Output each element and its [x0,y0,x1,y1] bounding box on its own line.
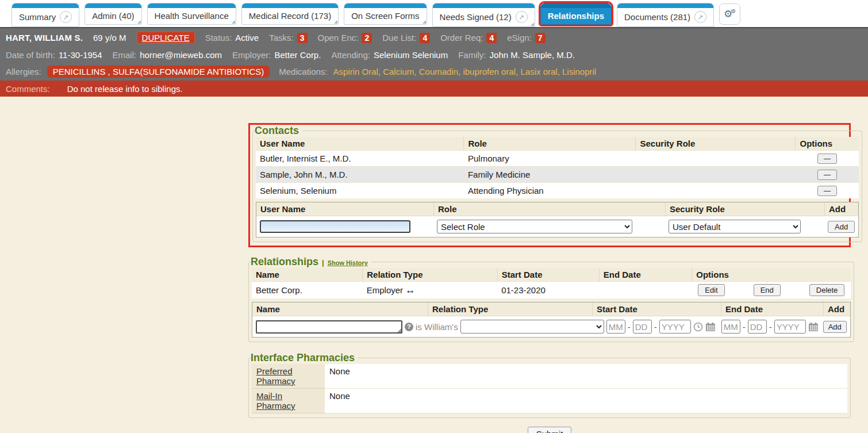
start-day-input[interactable] [633,320,652,334]
tab-label: Medical Record (173) [249,11,331,21]
allergies-value[interactable]: PENICILLINS , SULFA(SULFONAMIDE ANTIBIOT… [47,66,270,78]
preferred-pharmacy-link[interactable]: Preferred Pharmacy [256,366,295,386]
tab-medical-record[interactable]: Medical Record (173) [241,3,339,25]
dropdown-corner-icon [423,20,426,24]
settings-button[interactable]: ⚙⚙ [719,3,740,25]
comments-bar: Comments: Do not release info to sibling… [0,81,868,97]
remove-contact-button[interactable]: — [817,170,837,180]
calendar-icon[interactable] [705,322,716,332]
dob-label: Date of birth: [6,50,55,60]
open-enc-group: Open Enc: 2 [318,33,372,43]
relationships-title: Relationships [251,256,318,268]
tab-cap [85,3,141,8]
tab-label: Admin (40) [92,11,134,21]
tab-label: Summary [19,12,56,22]
start-year-input[interactable] [659,320,691,334]
tasks-badge[interactable]: 3 [297,33,308,43]
tab-documents[interactable]: Documents (281)↗ [617,3,714,27]
contact-role-select[interactable]: Select Role [437,220,632,233]
clock-icon[interactable] [693,322,703,332]
medications-list[interactable]: Aspirin Oral, Calcium, Coumadin, ibuprof… [333,67,597,76]
tab-label: On Screen Forms [351,11,419,21]
submit-button[interactable]: Submit [528,427,572,433]
interface-pharmacies-title: Interface Pharmacies [251,352,358,364]
relationship-row: Better Corp. Employer ↔ 01-23-2020 Edit … [252,282,851,299]
esign-badge[interactable]: 7 [535,33,546,43]
dropdown-corner-icon [232,20,235,24]
contact-name: Selenium, Selenium [256,183,464,199]
add-relationship-button[interactable]: Add [823,321,847,333]
tab-bar: Summary↗ Admin (40) Health Surveillance … [0,0,868,27]
relationship-start-date: 01-23-2020 [497,282,599,299]
col-name: Name [252,268,363,282]
attending-label: Attending: [331,50,370,60]
relationships-legend: Relationships | Show History [251,256,371,268]
remove-contact-button[interactable]: — [817,154,837,164]
end-year-input[interactable] [774,320,806,334]
external-link-icon[interactable]: ↗ [60,11,72,23]
col-role: Role [464,137,636,151]
dropdown-corner-icon [137,20,141,24]
help-icon[interactable]: ? [405,323,413,331]
status-label: Status: [205,33,232,43]
patient-header-row-3: Allergies: PENICILLINS , SULFA(SULFONAMI… [0,63,868,81]
due-list-group: Due List: 4 [382,33,430,43]
allergies-label: Allergies: [6,67,41,76]
pharmacy-row: Preferred Pharmacy None [252,364,847,389]
order-req-badge[interactable]: 4 [486,33,497,43]
external-link-icon[interactable]: ↗ [516,11,528,23]
add-col-role: Role [433,202,665,216]
external-link-icon[interactable]: ↗ [694,11,706,23]
add-relationship-header: Name Relation Type Start Date End Date A… [252,302,850,316]
patient-name: HART, WILLIAM S. [6,33,83,43]
show-history-link[interactable]: Show History [328,259,368,266]
end-relationship-button[interactable]: End [754,284,781,296]
edit-relationship-button[interactable]: Edit [698,284,724,296]
tab-summary[interactable]: Summary↗ [11,3,79,27]
add-contact-row: Select Role User Default Add [256,216,858,237]
calendar-icon[interactable] [808,322,819,332]
dropdown-corner-icon [531,22,534,26]
interface-pharmacies-section: Interface Pharmacies Preferred Pharmacy … [248,352,851,418]
patient-header-row-1: HART, WILLIAM S. 69 y/o M DUPLICATE Stat… [0,28,868,47]
employer-group: Employer: Better Corp. [232,50,321,60]
legend-pipe: | [322,258,324,267]
contact-name: Butler, Internist E., M.D. [256,151,464,167]
relation-type-select[interactable] [460,320,604,334]
employer-label: Employer: [232,50,271,60]
tab-admin[interactable]: Admin (40) [85,3,141,25]
open-enc-badge[interactable]: 2 [362,33,372,43]
relationship-name-input[interactable] [256,320,402,334]
contacts-section: Contacts User Name Role Security Role Op… [252,125,862,242]
tab-on-screen-forms[interactable]: On Screen Forms [344,3,427,25]
tab-health-surveillance[interactable]: Health Surveillance [147,3,236,25]
gear-icon-small: ⚙ [731,9,736,14]
due-list-badge[interactable]: 4 [420,33,430,43]
add-col-relation-type: Relation Type [428,302,592,316]
tab-needs-signed[interactable]: Needs Signed (12)↗ [432,3,535,27]
tab-label: Documents (281) [624,12,690,22]
delete-relationship-button[interactable]: Delete [809,284,845,296]
add-col-security-role: Security Role [665,202,824,216]
tab-relationships[interactable]: Relationships [540,3,612,25]
col-end-date: End Date [599,268,692,282]
add-col-start-date: Start Date [592,302,721,316]
contact-user-name-input[interactable] [260,220,410,233]
mail-in-pharmacy-value: None [325,389,847,413]
end-month-input[interactable] [721,320,740,334]
contact-role: Family Medicine [464,167,636,183]
start-month-input[interactable] [606,320,625,334]
status-group: Status: Active [205,33,259,43]
contact-security-role-select[interactable]: User Default [669,220,801,233]
col-relation-type: Relation Type [363,268,497,282]
tab-cap [344,3,426,8]
remove-contact-button[interactable]: — [817,186,837,196]
end-day-input[interactable] [748,320,767,334]
mail-in-pharmacy-link[interactable]: Mail-In Pharmacy [256,391,295,411]
date-separator: - [743,322,746,332]
duplicate-flag[interactable]: DUPLICATE [137,32,195,44]
contact-security-role [636,167,796,183]
comments-text: Do not release info to siblings. [67,84,183,94]
add-contact-button[interactable]: Add [828,221,855,233]
col-options: Options [692,268,851,282]
